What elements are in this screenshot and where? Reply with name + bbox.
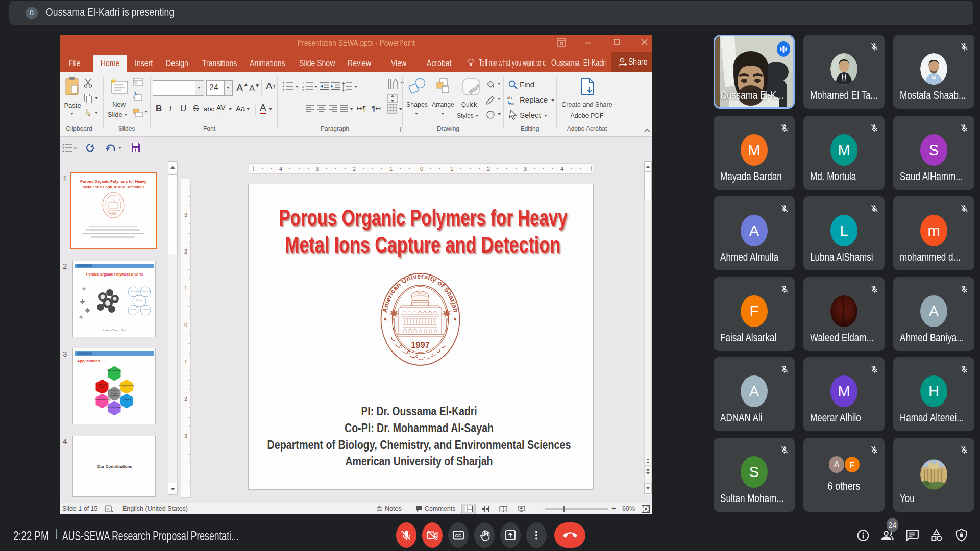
svg-text:Chemical sensing: Chemical sensing — [94, 398, 110, 401]
svg-text:Department of Biology, Chemist: Department of Biology, Chemistry, and En… — [267, 438, 571, 452]
svg-text:toxic: toxic — [100, 386, 104, 388]
svg-text:2: 2 — [353, 166, 356, 172]
svg-text:✓: ✓ — [107, 507, 110, 511]
svg-text:1997: 1997 — [110, 211, 117, 214]
svg-text:ab: ab — [507, 95, 512, 101]
svg-text:3: 3 — [302, 89, 304, 92]
svg-text:American University of Sharjah: American University of Sharjah — [346, 455, 493, 468]
svg-text:Heat processing: Heat processing — [119, 384, 134, 387]
svg-text:1: 1 — [302, 82, 304, 85]
svg-text:Gas purification: Gas purification — [107, 369, 121, 371]
svg-text:2: 2 — [487, 166, 490, 172]
svg-text:1997: 1997 — [411, 340, 430, 349]
svg-text:CC: CC — [455, 533, 461, 538]
svg-text:Metal Ions Capture and Detecti: Metal Ions Capture and Detection — [285, 232, 560, 258]
svg-text:Uniform: Uniform — [130, 309, 136, 311]
svg-text:PI: Dr. Oussama El-Kadri: PI: Dr. Oussama El-Kadri — [361, 405, 477, 418]
svg-text:1: 1 — [450, 166, 453, 172]
svg-text:3: 3 — [316, 166, 319, 172]
svg-text:Catalysis: Catalysis — [122, 398, 131, 401]
svg-text:Porous: Porous — [136, 299, 142, 302]
svg-text:Porous Organic Polymers for He: Porous Organic Polymers for Heavy — [279, 205, 568, 231]
svg-text:0: 0 — [420, 166, 423, 172]
svg-text:Co-PI: Dr. Mohammad Al-Sayah: Co-PI: Dr. Mohammad Al-Sayah — [345, 421, 494, 435]
svg-text:Polymers: Polymers — [110, 394, 119, 397]
svg-text:1: 1 — [389, 166, 393, 172]
svg-text:Energy storage: Energy storage — [107, 406, 121, 408]
svg-text:4: 4 — [279, 166, 282, 172]
svg-text:4: 4 — [560, 166, 564, 172]
svg-text:Tunable: Tunable — [142, 309, 149, 311]
svg-text:3: 3 — [524, 166, 527, 172]
svg-text:High-quality: High-quality — [130, 290, 140, 292]
svg-text:2: 2 — [302, 85, 304, 88]
svg-text:High-yield: High-yield — [142, 290, 151, 292]
